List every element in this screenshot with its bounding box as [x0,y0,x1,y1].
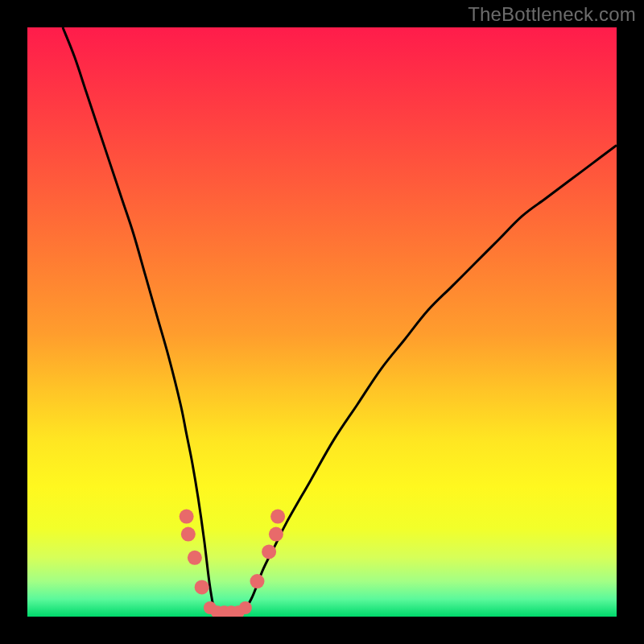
chart-frame: TheBottleneck.com [0,0,644,644]
curve-marker [270,510,285,524]
curve-markers [180,510,285,617]
curve-marker [262,544,276,559]
curve-path [63,27,617,617]
bottleneck-curve [27,27,617,617]
curve-marker [195,580,209,594]
curve-marker [188,551,202,565]
curve-marker [180,510,194,524]
curve-marker [269,527,283,542]
curve-marker [239,601,252,614]
curve-marker [250,574,264,588]
attribution-label: TheBottleneck.com [468,3,636,26]
curve-marker [181,527,196,542]
plot-area [27,27,617,617]
